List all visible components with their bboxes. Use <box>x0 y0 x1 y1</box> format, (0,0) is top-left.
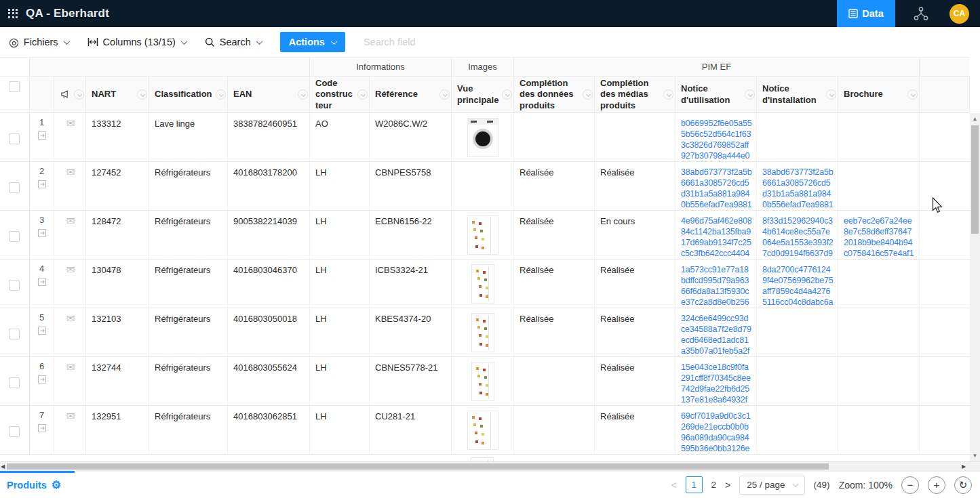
chevron-down-icon <box>330 38 337 45</box>
notice-installation-link[interactable] <box>757 357 838 405</box>
filter-icon[interactable] <box>826 89 836 100</box>
brochure-link[interactable] <box>838 113 920 161</box>
filter-icon[interactable] <box>583 89 593 100</box>
product-thumbnail[interactable] <box>467 215 498 255</box>
open-record-icon[interactable] <box>37 375 47 384</box>
product-thumbnail[interactable] <box>471 313 494 352</box>
header-vue-principale[interactable]: Vue principale <box>452 77 514 112</box>
page-1-button[interactable]: 1 <box>686 476 703 493</box>
filter-icon[interactable] <box>357 89 368 100</box>
row-checkbox[interactable] <box>9 329 20 339</box>
filter-icon[interactable] <box>663 89 673 100</box>
envelope-icon[interactable]: ✉ <box>66 264 75 305</box>
filter-icon[interactable] <box>745 89 755 100</box>
header-nart[interactable]: NART <box>86 77 149 112</box>
search-field-input[interactable] <box>364 37 513 47</box>
open-record-icon[interactable] <box>37 423 47 433</box>
search-menu[interactable]: Search <box>205 37 262 47</box>
page-2-button[interactable]: 2 <box>711 480 717 490</box>
notice-installation-link[interactable]: 38abd673773f2a5b6661a3085726cd5d31b1a5a8… <box>757 162 838 210</box>
zoom-out-button[interactable]: − <box>901 476 919 494</box>
filter-icon[interactable] <box>74 89 84 100</box>
header-ean[interactable]: EAN <box>228 77 310 112</box>
envelope-icon[interactable]: ✉ <box>66 118 75 159</box>
notice-installation-link[interactable]: 8da2700c47761249f4e07569962be75aff7859c4… <box>757 260 838 308</box>
notice-utilisation-link[interactable]: b0669952f6e05a555b56c52d564c1f633c3826d7… <box>675 113 757 161</box>
brochure-link[interactable] <box>838 308 920 356</box>
product-thumbnail[interactable] <box>471 362 494 401</box>
filter-icon[interactable] <box>216 89 226 100</box>
notice-installation-link[interactable] <box>757 113 838 161</box>
envelope-icon[interactable]: ✉ <box>66 215 75 256</box>
header-notice-utilisation[interactable]: Notice d'utilisation <box>675 77 757 112</box>
brochure-link[interactable] <box>838 357 920 405</box>
scroll-right-arrow[interactable]: ▶ <box>962 463 966 470</box>
header-brochure[interactable]: Brochure <box>838 77 920 112</box>
brochure-link[interactable]: eeb7ec2e67a24ee8e7c58d6eff376472018b9be8… <box>838 211 920 259</box>
notice-utilisation-link[interactable]: 69cf7019a9d0c3c1269de21eccb0b0b96a089da9… <box>675 406 757 454</box>
vertical-scrollbar-thumb[interactable] <box>971 125 979 234</box>
header-completion-medias[interactable]: Complétion des médias produits <box>595 77 675 112</box>
notice-utilisation-link[interactable]: 4e96d75af462e80884c1142ba135fba917d69ab9… <box>675 211 757 259</box>
horizontal-scrollbar[interactable]: ◀ ▶ <box>0 461 980 471</box>
notice-installation-link[interactable] <box>757 406 838 454</box>
row-checkbox[interactable] <box>9 426 20 437</box>
notice-utilisation-link[interactable]: 38abd673773f2a5b6661a3085726cd5d31b1a5a8… <box>675 162 757 210</box>
filter-icon[interactable] <box>439 89 450 100</box>
envelope-icon[interactable]: ✉ <box>66 362 75 402</box>
notice-utilisation-link[interactable]: 15e043ce18c9f0fa291cff8f70345c8ee742d9fa… <box>675 357 757 405</box>
envelope-icon[interactable]: ✉ <box>66 167 75 207</box>
actions-button[interactable]: Actions <box>280 32 345 52</box>
envelope-icon[interactable]: ✉ <box>66 313 75 354</box>
data-nav-button[interactable]: Data <box>837 0 895 27</box>
header-code-constructeur[interactable]: Code constructeur <box>310 77 370 112</box>
filter-icon[interactable] <box>298 89 308 100</box>
product-thumbnail[interactable] <box>467 411 498 450</box>
product-thumbnail[interactable] <box>467 118 498 157</box>
vertical-scrollbar[interactable]: ▲ ▼ <box>970 113 980 461</box>
app-grid-icon[interactable] <box>8 9 18 19</box>
columns-menu[interactable]: Columns (13/15) <box>87 37 187 47</box>
horizontal-scrollbar-thumb[interactable] <box>7 463 829 470</box>
scroll-left-arrow[interactable]: ◀ <box>1 463 5 470</box>
open-record-icon[interactable] <box>37 131 47 140</box>
product-thumbnail[interactable] <box>471 264 494 304</box>
filter-icon[interactable] <box>137 89 147 100</box>
hierarchy-icon[interactable] <box>913 5 929 22</box>
scroll-down-arrow[interactable]: ▼ <box>970 453 980 459</box>
page-size-select[interactable]: 25 / page <box>739 476 804 495</box>
filter-icon[interactable] <box>502 89 512 100</box>
notice-utilisation-link[interactable]: 1a573cc91e77a18bdffcd995d79a96366f6da8a1… <box>675 260 757 308</box>
header-completion-donnees[interactable]: Complétion des données produits <box>514 77 595 112</box>
header-notice-installation[interactable]: Notice d'installation <box>757 77 838 112</box>
open-record-icon[interactable] <box>37 180 47 189</box>
brochure-link[interactable] <box>838 162 920 210</box>
brochure-link[interactable] <box>838 406 920 454</box>
header-classification[interactable]: Classification <box>149 77 228 112</box>
open-record-icon[interactable] <box>37 228 47 238</box>
filter-icon[interactable] <box>907 89 918 100</box>
brochure-link[interactable] <box>838 260 920 308</box>
row-checkbox[interactable] <box>9 133 20 144</box>
scroll-up-arrow[interactable]: ▲ <box>970 116 980 122</box>
previous-page-button[interactable]: < <box>671 480 676 491</box>
envelope-icon[interactable]: ✉ <box>66 411 75 451</box>
refresh-button[interactable]: ↻ <box>954 476 972 494</box>
header-reference[interactable]: Référence <box>370 77 452 112</box>
notice-installation-link[interactable] <box>757 308 838 356</box>
zoom-in-button[interactable]: + <box>928 476 945 494</box>
row-checkbox[interactable] <box>9 377 20 388</box>
row-checkbox[interactable] <box>9 182 20 193</box>
user-avatar[interactable]: CA <box>949 4 969 24</box>
gear-icon[interactable]: ⚙ <box>52 480 61 491</box>
fichiers-menu[interactable]: ◎ Fichiers <box>9 37 69 48</box>
select-all-checkbox[interactable] <box>9 81 20 92</box>
next-page-button[interactable]: > <box>725 480 730 491</box>
notice-utilisation-link[interactable]: 324c6e6499cc93dce34588a7f2e8d79ecd6468ed… <box>675 308 757 356</box>
tab-produits[interactable]: Produits ⚙ <box>7 480 61 491</box>
open-record-icon[interactable] <box>37 326 47 335</box>
row-checkbox[interactable] <box>9 231 20 242</box>
open-record-icon[interactable] <box>37 277 47 287</box>
row-checkbox[interactable] <box>9 280 20 291</box>
notice-installation-link[interactable]: 8f33d152962940c34b614ce8ec55a7e064e5a155… <box>757 211 838 259</box>
